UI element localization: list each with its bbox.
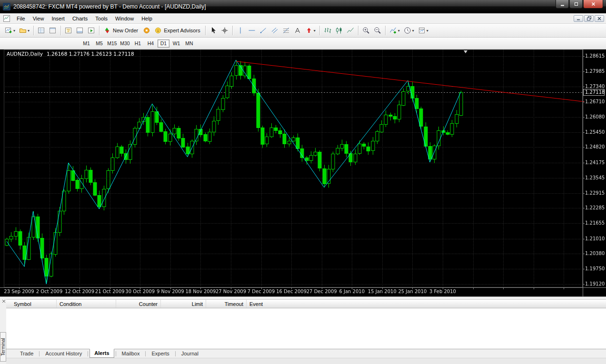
zoom-out-icon [374, 27, 381, 34]
date-axis-label: 12 Oct 2009 [65, 289, 94, 294]
zoom-in-button[interactable] [360, 25, 372, 36]
indicators-button[interactable]: ▾ [387, 25, 402, 36]
price-axis-label: 1.26080 [585, 114, 605, 120]
menu-tools[interactable]: Tools [91, 14, 111, 23]
mdi-minimize-button[interactable] [574, 15, 583, 22]
templates-icon [418, 27, 426, 34]
arrows-button[interactable]: ▾ [303, 25, 318, 36]
profiles-button[interactable]: ▾ [17, 25, 31, 36]
channel-icon [271, 27, 278, 34]
zoom-in-icon [362, 27, 370, 34]
terminal-vertical-tab[interactable]: Terminal [0, 332, 6, 362]
tab-alerts[interactable]: Alerts [89, 349, 114, 358]
date-axis-label: 25 Jan 2010 [398, 289, 427, 294]
profiles-icon [19, 27, 27, 34]
strategy-tester-button[interactable] [86, 25, 97, 36]
chart-window-icon [3, 15, 10, 22]
terminal-vertical-label: Terminal [0, 338, 6, 356]
crosshair-icon [221, 27, 228, 34]
new-order-icon [103, 27, 111, 34]
trendline-button[interactable] [258, 25, 269, 36]
menu-file[interactable]: File [13, 14, 29, 23]
chevron-down-icon[interactable]: ▾ [13, 29, 15, 33]
tab-mailbox[interactable]: Mailbox [118, 350, 144, 358]
line-chart-button[interactable] [345, 25, 356, 36]
menu-help[interactable]: Help [138, 14, 156, 23]
mdi-restore-button[interactable] [584, 15, 594, 22]
expert-advisors-button[interactable]: Expert Advisors [152, 25, 203, 36]
toolbar-separator [232, 26, 233, 35]
cursor-button[interactable] [208, 25, 219, 36]
terminal-status-strip [6, 358, 606, 364]
metaeditor-button[interactable] [141, 25, 152, 36]
periods-button[interactable]: ▾ [402, 25, 416, 36]
chevron-down-icon[interactable]: ▾ [412, 29, 414, 33]
timeframe-toolbar: M1M5M15M30H1H4D1W1MN [0, 38, 606, 49]
column-header-timeout: Timeout [206, 300, 247, 308]
menu-charts[interactable]: Charts [69, 14, 91, 23]
ohlc-values: 1.26168 1.27176 1.26123 1.27118 [47, 51, 134, 57]
chevron-down-icon[interactable]: ▾ [398, 29, 400, 33]
price-axis-label: 1.22915 [585, 190, 605, 196]
horizontal-line-button[interactable] [246, 25, 258, 36]
bars-button[interactable] [322, 25, 333, 36]
date-axis-label: 30 Oct 2009 [125, 289, 155, 294]
tab-journal[interactable]: Journal [177, 350, 203, 358]
new-order-button[interactable]: New Order [101, 25, 141, 36]
vertical-line-icon [237, 27, 244, 34]
mdi-close-button[interactable] [595, 15, 604, 22]
timeframe-m15[interactable]: M15 [106, 39, 118, 48]
chevron-down-icon[interactable]: ▾ [28, 29, 30, 33]
menu-insert[interactable]: Insert [48, 14, 69, 23]
menu-window[interactable]: Window [111, 14, 138, 23]
maximize-button[interactable] [569, 0, 583, 9]
timeframe-m1[interactable]: M1 [80, 39, 92, 48]
new-chart-button[interactable]: ▾ [3, 25, 17, 36]
date-axis-label: 2 Oct 2009 [36, 289, 62, 294]
menu-view[interactable]: View [29, 14, 48, 23]
cursor-icon [209, 27, 217, 34]
trendline-icon [259, 27, 267, 34]
expert-advisors-label: Expert Advisors [163, 28, 201, 33]
chevron-down-icon[interactable]: ▾ [314, 29, 316, 33]
symbol-period-label: AUDNZD,Daily [7, 51, 43, 57]
title-bar[interactable]: 2088458742: FXCM MT4 powered by BT - Dem… [0, 0, 606, 13]
timeframe-mn[interactable]: MN [183, 39, 195, 48]
timeframe-m5[interactable]: M5 [93, 39, 105, 48]
minimize-button[interactable] [556, 0, 569, 9]
date-axis-label: 9 Nov 2009 [157, 289, 184, 294]
tab-account-history[interactable]: Account History [41, 350, 86, 358]
fibonacci-button[interactable] [280, 25, 292, 36]
timeframe-h1[interactable]: H1 [132, 39, 144, 48]
arrows-icon [305, 27, 313, 34]
timeframe-w1[interactable]: W1 [170, 39, 182, 48]
terminal-main: SymbolConditionCounterLimitTimeoutEvent … [6, 297, 606, 364]
toolbar-group [36, 25, 59, 36]
templates-button[interactable]: ▾ [416, 25, 430, 36]
chart-area: AUDNZD,Daily 1.26168 1.27176 1.26123 1.2… [0, 49, 606, 296]
chevron-down-icon[interactable]: ▾ [427, 29, 428, 33]
zoom-out-button[interactable] [372, 25, 383, 36]
close-button[interactable] [583, 0, 603, 9]
chart-canvas[interactable] [0, 49, 606, 296]
date-axis-label: 21 Oct 2009 [95, 289, 125, 294]
timeframe-m30[interactable]: M30 [119, 39, 131, 48]
text-button[interactable] [292, 25, 303, 36]
alerts-table-body[interactable] [6, 308, 606, 349]
date-axis-label: 27 Nov 2009 [216, 289, 246, 294]
terminal-close-button[interactable] [1, 299, 6, 304]
tab-trade[interactable]: Trade [16, 350, 38, 358]
indicators-icon [389, 27, 397, 34]
navigator-button[interactable] [63, 25, 74, 36]
market-watch-button[interactable] [36, 25, 47, 36]
channel-button[interactable] [269, 25, 280, 36]
data-window-button[interactable] [47, 25, 59, 36]
vertical-line-button[interactable] [235, 25, 246, 36]
terminal-button[interactable] [74, 25, 86, 36]
timeframe-h4[interactable]: H4 [145, 39, 157, 48]
periods-icon [404, 27, 411, 34]
crosshair-button[interactable] [219, 25, 230, 36]
candlesticks-button[interactable] [333, 25, 345, 36]
tab-experts[interactable]: Experts [147, 350, 173, 358]
timeframe-d1[interactable]: D1 [158, 39, 169, 48]
